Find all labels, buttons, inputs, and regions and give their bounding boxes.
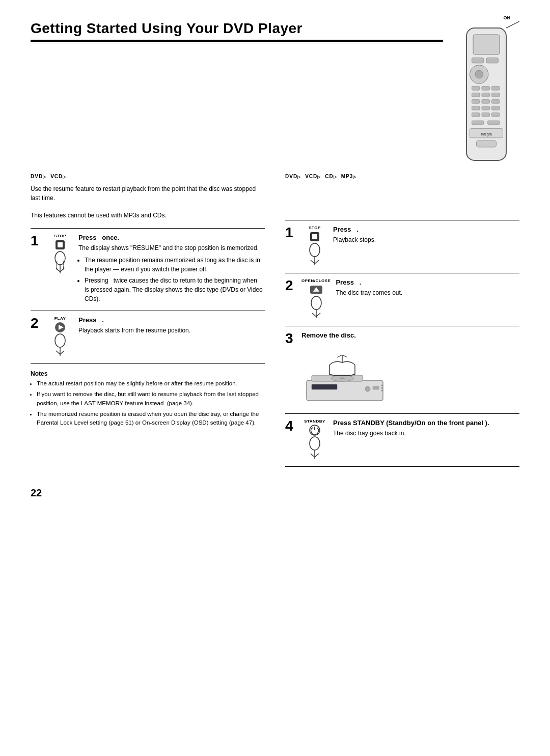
svg-rect-21 xyxy=(472,121,483,125)
svg-rect-12 xyxy=(472,99,480,103)
svg-point-41 xyxy=(310,243,320,257)
svg-rect-19 xyxy=(482,113,490,117)
right-step-2-title: Press . xyxy=(336,278,519,286)
left-column: DVD▷ VCD▷ Use the resume feature to rest… xyxy=(31,174,265,467)
right-step-4-num: 4 xyxy=(285,419,296,433)
dvd-player-svg xyxy=(301,355,393,406)
right-step-1-content: Press . Playback stops. xyxy=(333,226,519,244)
intro-text-2: This features cannot be used with MP3s a… xyxy=(31,211,265,220)
svg-rect-25 xyxy=(477,141,497,147)
svg-rect-52 xyxy=(307,380,383,401)
left-step-2: 2 PLAY Pr xyxy=(31,311,265,364)
right-step-4-desc: The disc tray goes back in. xyxy=(333,429,519,438)
open-close-button-icon xyxy=(310,284,323,295)
title-rule-thick xyxy=(31,40,443,42)
svg-rect-7 xyxy=(482,86,490,90)
left-step-1-title: Press once. xyxy=(78,234,265,241)
right-step-2-icon: OPEN/CLOSE xyxy=(301,278,331,321)
on-label: ON xyxy=(453,15,510,20)
left-step-2-content: Press . Playback starts from the resume … xyxy=(78,316,265,335)
svg-point-5 xyxy=(475,70,483,78)
note-3: The memorized resume position is erased … xyxy=(37,410,265,428)
header-area: Getting Started Using Your DVD Player ON xyxy=(31,20,519,169)
svg-point-64 xyxy=(310,437,320,450)
svg-point-48 xyxy=(311,296,321,310)
left-step-1: 1 STOP xyxy=(31,229,265,311)
right-step-4-button-label: STANDBY xyxy=(304,419,325,424)
svg-rect-20 xyxy=(491,113,500,117)
stop-button-icon-left xyxy=(54,239,66,250)
svg-line-50 xyxy=(312,313,316,317)
svg-line-43 xyxy=(311,260,315,264)
svg-point-56 xyxy=(365,386,370,391)
left-step-2-button-label: PLAY xyxy=(54,316,66,321)
svg-point-62 xyxy=(381,390,383,391)
disc-dvd-right: DVD▷ xyxy=(285,174,301,179)
right-step-3-title: Remove the disc. xyxy=(301,331,356,339)
svg-rect-40 xyxy=(312,234,317,239)
right-step-3: 3 Remove the disc. xyxy=(285,326,519,414)
hand-icon-right-4 xyxy=(306,436,324,461)
svg-line-26 xyxy=(506,21,519,28)
two-col-layout: DVD▷ VCD▷ Use the resume feature to rest… xyxy=(31,174,519,467)
left-step-1-content: Press once. The display shows "RESUME" a… xyxy=(78,234,265,305)
left-step-1-desc: The display shows "RESUME" and the stop … xyxy=(78,243,265,253)
right-step-1: 1 STOP Press . Play xyxy=(285,220,519,273)
svg-rect-17 xyxy=(491,106,500,110)
right-spacer xyxy=(285,184,519,220)
disc-mp3-right: MP3▷ xyxy=(341,174,357,179)
svg-rect-9 xyxy=(472,93,480,97)
svg-rect-14 xyxy=(491,99,500,103)
svg-rect-10 xyxy=(482,93,490,97)
disc-vcd-left: VCD▷ xyxy=(50,174,66,179)
disc-removal-illustration xyxy=(301,355,393,407)
page-title: Getting Started Using Your DVD Player xyxy=(31,20,443,37)
hand-icon-left-1 xyxy=(51,250,69,276)
right-disc-types: DVD▷ VCD▷ CD▷ MP3▷ xyxy=(285,174,519,179)
notes-title: Notes xyxy=(31,370,265,377)
right-step-1-icon: STOP xyxy=(301,226,328,268)
left-step-1-bullets: The resume position remains memorized as… xyxy=(78,256,265,303)
left-step-2-num: 2 xyxy=(31,316,42,330)
hand-icon-left-2 xyxy=(51,333,69,358)
right-step-2: 2 OPEN/CLOSE Press xyxy=(285,273,519,326)
svg-line-51 xyxy=(316,313,320,317)
right-step-4-icon: STANDBY xyxy=(301,419,328,461)
svg-rect-8 xyxy=(491,86,500,90)
remote-image-area: ON xyxy=(453,15,519,169)
title-rule-thin xyxy=(31,43,443,43)
svg-rect-57 xyxy=(373,386,379,389)
svg-text:Integra: Integra xyxy=(481,132,492,136)
page-wrapper: Getting Started Using Your DVD Player ON xyxy=(31,20,519,499)
svg-rect-28 xyxy=(58,242,63,247)
svg-rect-15 xyxy=(472,106,480,110)
right-step-4-title: Press STANDBY (Standby/On on the front p… xyxy=(333,419,519,427)
right-step-4: 4 STANDBY Press ST xyxy=(285,414,519,467)
right-step-3-header: 3 Remove the disc. xyxy=(285,331,356,346)
right-step-2-content: Press . The disc tray comes out. xyxy=(336,278,519,297)
notes-section: Notes The actual restart position may be… xyxy=(31,370,265,427)
svg-point-35 xyxy=(55,334,65,347)
play-button-icon-left xyxy=(54,322,66,333)
right-step-1-title: Press . xyxy=(333,226,519,233)
svg-line-44 xyxy=(315,260,319,264)
notes-list: The actual restart position may be sligh… xyxy=(31,379,265,427)
right-step-1-button-label: STOP xyxy=(309,226,321,230)
svg-line-37 xyxy=(56,351,60,354)
title-area: Getting Started Using Your DVD Player xyxy=(31,20,443,53)
right-step-3-content: Remove the disc. xyxy=(301,331,356,341)
right-column: DVD▷ VCD▷ CD▷ MP3▷ 1 STOP xyxy=(285,174,519,467)
right-step-1-desc: Playback stops. xyxy=(333,235,519,244)
hand-icon-right-2 xyxy=(307,295,325,321)
svg-rect-58 xyxy=(312,384,337,389)
note-1: The actual restart position may be sligh… xyxy=(37,379,265,388)
disc-cd-right: CD▷ xyxy=(325,174,337,179)
right-step-2-desc: The disc tray comes out. xyxy=(336,288,519,297)
svg-rect-22 xyxy=(488,121,500,125)
right-step-2-num: 2 xyxy=(285,278,296,293)
bullet-2: Pressing twice causes the disc to return… xyxy=(85,276,265,303)
intro-text-1: Use the resume feature to restart playba… xyxy=(31,184,265,203)
left-step-2-desc: Playback starts from the resume position… xyxy=(78,326,265,335)
left-step-2-icon: PLAY xyxy=(47,316,73,358)
svg-rect-2 xyxy=(472,58,483,63)
